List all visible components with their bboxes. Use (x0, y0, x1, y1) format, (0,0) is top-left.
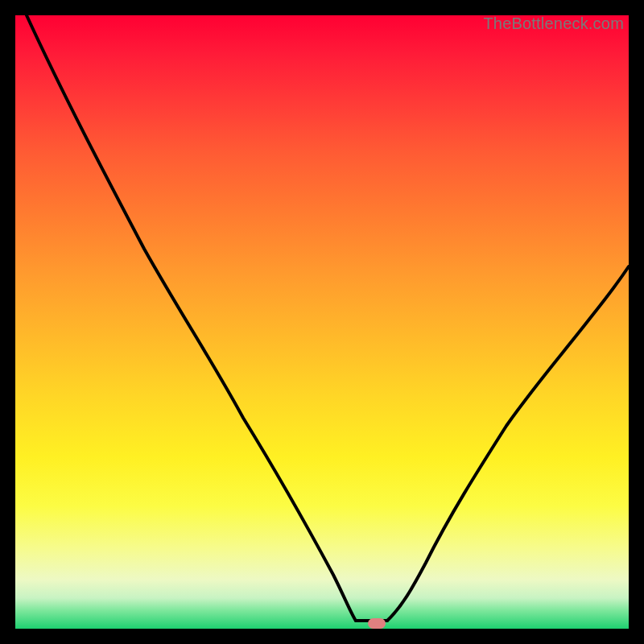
chart-frame: TheBottleneck.com (0, 0, 644, 644)
bottleneck-curve (15, 15, 629, 629)
plot-area: TheBottleneck.com (15, 15, 629, 629)
optimal-marker (368, 618, 386, 629)
